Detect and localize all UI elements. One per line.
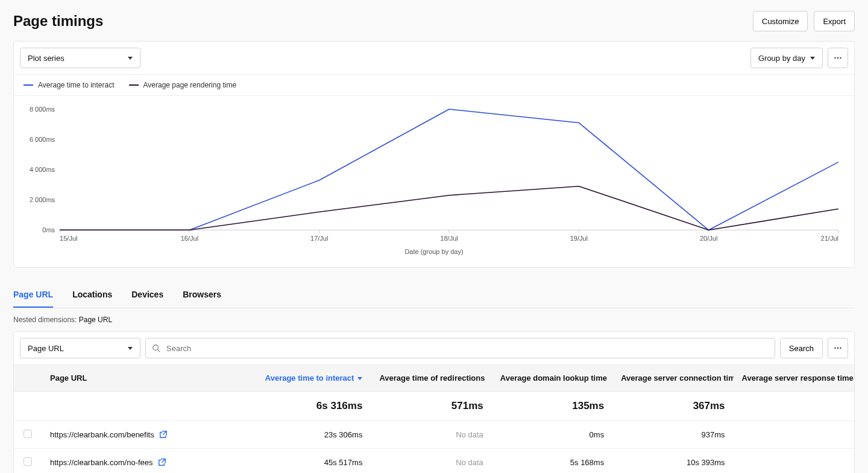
search-icon [152,344,160,352]
cell-time-to-interact: 23s 306ms [250,421,371,449]
page-title: Page timings [13,13,103,30]
svg-point-26 [837,348,838,349]
tab-devices[interactable]: Devices [131,285,163,308]
svg-point-27 [840,348,841,349]
customize-button[interactable]: Customize [753,11,808,31]
chart-area: 0ms2 000ms4 000ms6 000ms8 000ms15/Jul16/… [14,96,854,267]
tab-page-url[interactable]: Page URL [13,285,53,308]
column-checkbox [14,365,42,392]
column-header[interactable]: Average server connection time [612,365,733,392]
svg-text:17/Jul: 17/Jul [310,235,328,242]
svg-text:15/Jul: 15/Jul [60,235,77,242]
legend-swatch-b [129,84,139,86]
nested-dimensions-label: Nested dimensions: [13,316,79,324]
legend-swatch-a [24,84,33,86]
sort-descending-icon [357,377,362,380]
header-actions: Customize Export [753,11,855,31]
cell-domain-lookup: 0ms [492,421,612,449]
cell-server-response [734,449,854,473]
legend-item-series-b[interactable]: Average page rendering time [129,81,237,89]
cell-server-connection: 10s 393ms [612,449,733,473]
external-link-icon[interactable] [158,458,166,466]
column-header[interactable]: Page URL [42,365,250,392]
column-header[interactable]: Average server response time [734,365,854,392]
table-card: Page URL Search Page URLAverage time to … [13,331,855,473]
chart-more-button[interactable] [828,48,848,68]
svg-text:19/Jul: 19/Jul [570,235,588,242]
svg-text:4 000ms: 4 000ms [30,166,55,173]
cell-redirections: No data [371,421,491,449]
chart-x-axis-label: Date (group by day) [24,244,844,264]
cell-domain-lookup: 5s 168ms [492,449,612,473]
legend-label-a: Average time to interact [38,81,115,89]
svg-text:21/Jul: 21/Jul [821,235,838,242]
svg-point-25 [834,348,835,349]
svg-line-24 [158,350,160,352]
external-link-icon[interactable] [159,430,168,439]
table-row[interactable]: https://clearbank.com/no-fees 45s 517ms … [14,449,854,473]
plot-series-select-label: Plot series [28,54,64,63]
more-horizontal-icon [834,347,841,349]
column-header[interactable]: Average domain lookup time [492,365,612,392]
column-header[interactable]: Average time to interact [250,365,371,392]
nested-dimensions: Nested dimensions: Page URL [13,316,855,324]
search-input-wrap[interactable] [145,338,775,358]
cell-redirections: No data [371,449,491,473]
legend-label-b: Average page rendering time [143,81,237,89]
dimension-tabs: Page URLLocationsDevicesBrowsers [13,285,855,308]
table-row[interactable]: https://clearbank.com/benefits 23s 306ms… [14,421,854,449]
legend-item-series-a[interactable]: Average time to interact [24,81,115,89]
svg-text:0ms: 0ms [42,226,55,233]
svg-text:16/Jul: 16/Jul [181,235,198,242]
svg-text:18/Jul: 18/Jul [440,235,458,242]
page-timings-table: Page URLAverage time to interactAverage … [14,364,854,473]
svg-text:2 000ms: 2 000ms [30,196,55,203]
chart-legend: Average time to interact Average page re… [14,74,854,96]
plot-series-select[interactable]: Plot series [20,48,140,68]
tab-browsers[interactable]: Browsers [183,285,221,308]
group-by-select[interactable]: Group by day [750,48,823,68]
more-horizontal-icon [834,57,841,59]
svg-point-2 [840,57,841,59]
group-by-select-label: Group by day [758,54,805,63]
chevron-down-icon [128,347,133,350]
cell-server-connection: 937ms [612,421,733,449]
svg-text:6 000ms: 6 000ms [30,136,55,143]
dimension-select[interactable]: Page URL [20,338,140,358]
row-checkbox[interactable] [24,457,32,466]
cell-server-response [734,421,854,449]
column-header[interactable]: Average time of redirections [371,365,491,392]
dimension-select-label: Page URL [28,344,64,353]
chevron-down-icon [810,57,815,60]
tab-locations[interactable]: Locations [72,285,112,308]
search-input[interactable] [165,343,769,354]
timings-line-chart: 0ms2 000ms4 000ms6 000ms8 000ms15/Jul16/… [24,106,844,244]
cell-url: https://clearbank.com/benefits [42,421,250,449]
nested-dimensions-value: Page URL [79,316,112,324]
row-checkbox[interactable] [24,430,32,438]
chevron-down-icon [128,57,133,60]
cell-time-to-interact: 45s 517ms [250,449,371,473]
table-more-button[interactable] [828,338,848,358]
cell-url: https://clearbank.com/no-fees [42,449,250,473]
svg-text:8 000ms: 8 000ms [30,106,55,113]
search-button[interactable]: Search [780,338,823,358]
chart-card: Plot series Group by day Average time to… [13,41,855,268]
export-button[interactable]: Export [814,11,855,31]
svg-point-0 [834,57,835,59]
summary-row: 6s 316ms 571ms 135ms 367ms [14,392,854,421]
svg-point-1 [837,57,838,59]
svg-text:20/Jul: 20/Jul [700,235,717,242]
